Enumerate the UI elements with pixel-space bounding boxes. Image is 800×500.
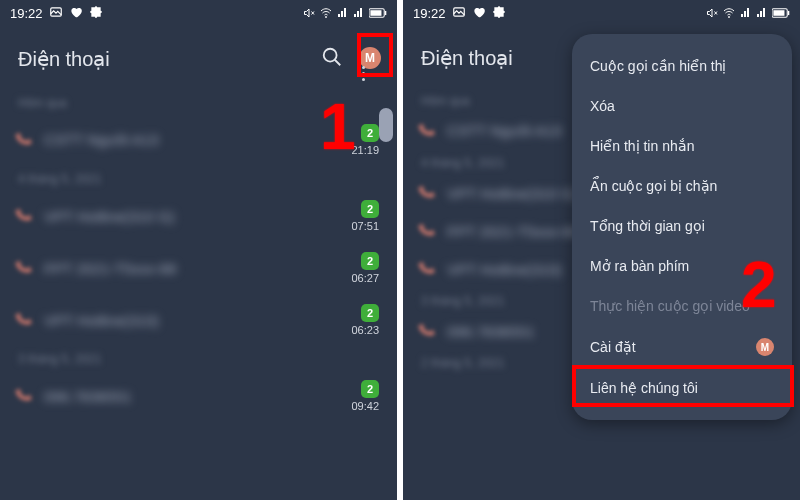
phone-screen-right: 19:22 Điện thoại Hôm quaCSTT Người A1324…: [403, 0, 800, 500]
menu-item-label: Liên hệ chúng tôi: [590, 380, 698, 396]
contact-name: 096.7836551: [447, 323, 535, 340]
menu-item-label: Cuộc gọi cần hiển thị: [590, 58, 727, 74]
sim-badge: 2: [361, 304, 379, 322]
call-time: 21:19: [351, 144, 379, 156]
contact-name: VPT Hotline(310 G): [447, 185, 578, 202]
svg-rect-11: [788, 11, 789, 15]
call-time: 07:51: [351, 220, 379, 232]
svg-rect-4: [385, 11, 386, 15]
contact-name: FPT 2021-T5xxx-88: [44, 260, 176, 277]
sim-badge: 2: [361, 252, 379, 270]
date-section-label: Hôm qua: [0, 90, 397, 114]
signal-icon: [353, 7, 365, 19]
phone-screen-left: 19:22 Điện thoại: [0, 0, 397, 500]
heart-icon: [472, 5, 486, 22]
menu-item[interactable]: Tổng thời gian gọi: [572, 206, 792, 246]
menu-item[interactable]: Xóa: [572, 86, 792, 126]
call-log-row[interactable]: 096.7836551209:42: [0, 370, 397, 422]
gallery-icon: [49, 5, 63, 22]
page-title: Điện thoại: [18, 47, 110, 71]
status-bar: 19:22: [0, 0, 397, 26]
menu-item[interactable]: Mở ra bàn phím: [572, 246, 792, 286]
menu-item-label: Xóa: [590, 98, 615, 114]
menu-item-label: Thực hiện cuộc gọi video: [590, 298, 750, 314]
date-section-label: 4 tháng 5, 2021: [0, 166, 397, 190]
menu-item: Thực hiện cuộc gọi video: [572, 286, 792, 326]
menu-item[interactable]: Liên hệ chúng tôi: [572, 368, 792, 408]
contact-name: 096.7836551: [44, 388, 132, 405]
menu-item[interactable]: Cài đặtM: [572, 326, 792, 368]
contact-name: CSTT Người A13: [44, 131, 159, 149]
date-section-label: 3 tháng 5, 2021: [0, 346, 397, 370]
status-time: 19:22: [413, 6, 446, 21]
battery-icon: [369, 7, 387, 19]
contact-name: VPT Hotline(310 G): [44, 208, 175, 225]
mute-icon: [303, 7, 315, 19]
contact-name: CSTT Người A13: [447, 122, 562, 140]
signal-icon: [337, 7, 349, 19]
contact-name: VPT Hotline(310): [44, 312, 159, 329]
battery-icon: [772, 7, 790, 19]
more-menu-icon[interactable]: [355, 66, 371, 81]
menu-item[interactable]: Cuộc gọi cần hiển thị: [572, 46, 792, 86]
status-bar: 19:22: [403, 0, 800, 26]
menu-item-label: Hiển thị tin nhắn: [590, 138, 695, 154]
svg-point-8: [729, 17, 730, 18]
call-log-row[interactable]: VPT Hotline(310 G)207:51: [0, 190, 397, 242]
puzzle-icon: [492, 5, 506, 22]
sim-badge: 2: [361, 380, 379, 398]
contact-name: FPT 2021-T5xxx-88: [447, 223, 579, 240]
call-time: 09:42: [351, 400, 379, 412]
menu-item-label: Ẩn cuộc gọi bị chặn: [590, 178, 717, 194]
menu-item-label: Tổng thời gian gọi: [590, 218, 705, 234]
call-log-row[interactable]: CSTT Người A13221:19: [0, 114, 397, 166]
wifi-icon: [722, 7, 736, 19]
gallery-icon: [452, 5, 466, 22]
svg-point-1: [326, 17, 327, 18]
call-time: 06:27: [351, 272, 379, 284]
sim-badge: 2: [361, 124, 379, 142]
svg-rect-10: [773, 10, 784, 16]
svg-point-5: [324, 49, 337, 62]
call-log-row[interactable]: VPT Hotline(310)206:23: [0, 294, 397, 346]
svg-rect-3: [370, 10, 381, 16]
menu-item[interactable]: Ẩn cuộc gọi bị chặn: [572, 166, 792, 206]
call-log-row[interactable]: FPT 2021-T5xxx-88206:27: [0, 242, 397, 294]
contact-name: VPT Hotline(310): [447, 261, 562, 278]
page-title: Điện thoại: [421, 46, 513, 70]
app-header: Điện thoại M: [0, 26, 397, 90]
avatar: M: [756, 338, 774, 356]
mute-icon: [706, 7, 718, 19]
svg-line-6: [335, 60, 341, 66]
search-icon[interactable]: [321, 46, 343, 72]
overflow-menu: Cuộc gọi cần hiển thịXóaHiển thị tin nhắ…: [572, 34, 792, 420]
call-log-list: Hôm quaCSTT Người A13221:194 tháng 5, 20…: [0, 90, 397, 422]
wifi-icon: [319, 7, 333, 19]
call-time: 06:23: [351, 324, 379, 336]
menu-item[interactable]: Hiển thị tin nhắn: [572, 126, 792, 166]
status-time: 19:22: [10, 6, 43, 21]
sim-badge: 2: [361, 200, 379, 218]
menu-item-label: Mở ra bàn phím: [590, 258, 689, 274]
puzzle-icon: [89, 5, 103, 22]
heart-icon: [69, 5, 83, 22]
signal-icon: [756, 7, 768, 19]
signal-icon: [740, 7, 752, 19]
menu-item-label: Cài đặt: [590, 339, 636, 355]
